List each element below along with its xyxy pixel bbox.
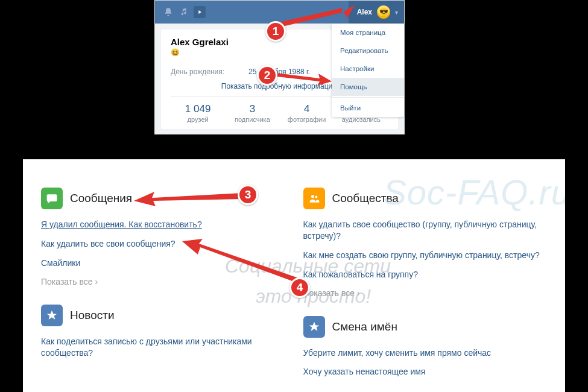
help-link[interactable]: Как мне создать свою группу, публичную с…: [303, 250, 548, 261]
svg-point-1: [315, 195, 317, 198]
help-page-screenshot: Soc-FAQ.ru Социальные сети это просто! С…: [23, 159, 565, 392]
chevron-right-icon: ›: [95, 277, 98, 286]
help-link[interactable]: Хочу указать ненастоящее имя: [303, 366, 548, 378]
help-link[interactable]: Как удалить все свои сообщения?: [41, 238, 285, 250]
avatar: 😎: [377, 5, 390, 19]
stat-followers[interactable]: 3подписчика: [225, 97, 279, 129]
annotation-badge-2: 2: [257, 65, 277, 86]
news-title: Новости: [70, 309, 115, 322]
messages-title: Сообщения: [70, 192, 132, 205]
messages-icon: [41, 188, 63, 209]
help-link[interactable]: Уберите лимит, хочу сменить имя прямо се…: [303, 347, 548, 359]
annotation-badge-4: 4: [289, 277, 310, 298]
notifications-icon[interactable]: [163, 7, 173, 17]
stat-friends[interactable]: 1 049друзей: [171, 97, 225, 129]
help-link[interactable]: Как удалить свое сообщество (группу, пуб…: [303, 219, 548, 242]
help-link[interactable]: Как поделиться записью с друзьями или уч…: [41, 336, 285, 359]
communities-icon: [303, 188, 325, 209]
chevron-down-icon: ▾: [395, 9, 398, 16]
dropdown-item-logout[interactable]: Выйти: [332, 99, 404, 117]
help-col-communities: Сообщества Как удалить свое сообщество (…: [303, 188, 548, 385]
music-icon[interactable]: [179, 8, 188, 16]
help-col-messages: Сообщения Я удалил сообщения. Как восста…: [41, 188, 285, 385]
svg-point-0: [311, 195, 314, 198]
vk-top-bar: Alex 😎 ▾ Моя страница Редактировать Наст…: [155, 1, 404, 24]
show-all-link[interactable]: Показать все›: [41, 277, 285, 286]
names-title: Смена имён: [332, 320, 397, 334]
help-link[interactable]: Я удалил сообщения. Как восстановить?: [41, 219, 285, 230]
header-left-icons: [163, 6, 206, 18]
names-icon: [303, 316, 325, 338]
user-dropdown-menu: Моя страница Редактировать Настройки Пом…: [332, 24, 404, 117]
annotation-badge-3: 3: [238, 185, 258, 205]
dropdown-item-mypage[interactable]: Моя страница: [332, 24, 404, 42]
dropdown-item-edit[interactable]: Редактировать: [332, 42, 404, 60]
chevron-right-icon: ›: [357, 288, 360, 298]
communities-title: Сообщества: [332, 192, 399, 205]
help-link[interactable]: Смайлики: [41, 258, 285, 269]
user-menu-trigger[interactable]: Alex 😎 ▾: [349, 1, 404, 24]
news-icon: [41, 305, 63, 326]
dropdown-item-settings[interactable]: Настройки: [332, 60, 404, 78]
dropdown-separator: [332, 97, 404, 98]
show-all-link[interactable]: Показать все›: [303, 288, 548, 298]
header-username: Alex: [357, 8, 372, 16]
play-icon[interactable]: [194, 6, 206, 18]
stat-photos[interactable]: 4фотографии: [280, 97, 334, 129]
birthday-label: День рождения:: [171, 68, 224, 76]
help-link[interactable]: Как пожаловаться на группу?: [303, 269, 548, 280]
dropdown-item-help[interactable]: Помощь: [332, 78, 404, 96]
vk-profile-screenshot: Alex 😎 ▾ Моя страница Редактировать Наст…: [154, 0, 405, 134]
annotation-badge-1: 1: [265, 21, 286, 42]
